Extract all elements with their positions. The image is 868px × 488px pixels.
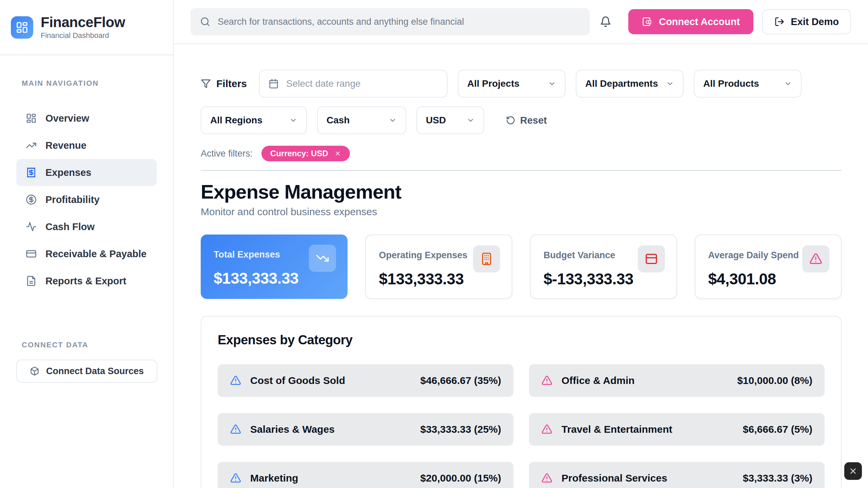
credit-card-icon: [638, 245, 665, 272]
remove-filter-icon[interactable]: [334, 150, 341, 157]
credit-card-icon: [26, 248, 37, 259]
category-name: Salaries & Wages: [250, 424, 411, 435]
sidebar-item-cash-flow[interactable]: Cash Flow: [16, 213, 157, 240]
alert-triangle-icon: [230, 472, 241, 484]
calendar-icon: [269, 79, 279, 89]
sidebar-item-profitability[interactable]: Profitability: [16, 186, 157, 213]
category-row-marketing: Marketing $20,000.00 (15%): [218, 462, 513, 488]
file-icon: [26, 276, 37, 286]
filter-icon: [201, 79, 211, 89]
currency-select-value: USD: [426, 115, 446, 126]
page-title: Expense Management: [201, 181, 842, 203]
category-row-cost-of-goods-sold: Cost of Goods Sold $46,666.67 (35%): [218, 364, 513, 397]
category-value: $33,333.33 (25%): [420, 424, 501, 435]
sidebar-item-overview[interactable]: Overview: [16, 105, 157, 132]
exit-demo-button[interactable]: Exit Demo: [762, 9, 851, 34]
active-filter-chip[interactable]: Currency: USD: [261, 146, 350, 161]
page-subtitle: Monitor and control business expenses: [201, 206, 842, 218]
account-type-select[interactable]: Cash: [317, 106, 406, 134]
log-out-icon: [774, 17, 785, 27]
section-divider: [201, 170, 842, 171]
chevron-down-icon: [467, 116, 475, 124]
close-icon: [849, 467, 857, 475]
category-name: Marketing: [250, 472, 411, 484]
category-row-office-admin: Office & Admin $10,000.00 (8%): [529, 364, 825, 397]
top-header: Connect Account Exit Demo: [174, 0, 868, 44]
category-row-travel-entertainment: Travel & Entertainment $6,666.67 (5%): [529, 413, 825, 446]
search-input[interactable]: [218, 17, 580, 27]
main-content: Filters Select date range All Projects A…: [174, 44, 868, 488]
alert-triangle-icon: [541, 375, 553, 386]
app-logo-icon: [11, 16, 33, 39]
category-name: Office & Admin: [561, 375, 728, 386]
sidebar-item-expenses[interactable]: Expenses: [16, 159, 157, 186]
connect-account-button[interactable]: Connect Account: [628, 9, 753, 34]
category-row-professional-services: Professional Services $3,333.33 (3%): [529, 462, 825, 488]
search-bar[interactable]: [191, 8, 590, 35]
sidebar-item-reports-export[interactable]: Reports & Export: [16, 267, 157, 294]
currency-select[interactable]: USD: [416, 106, 484, 134]
alert-triangle-icon: [230, 375, 241, 386]
connect-data-label: CONNECT DATA: [22, 341, 173, 349]
chevron-down-icon: [784, 80, 792, 88]
filters-row-2: All Regions Cash USD: [201, 106, 842, 134]
close-button[interactable]: [844, 462, 862, 480]
building-icon: [473, 245, 500, 272]
stat-label: Budget Variance: [544, 250, 615, 261]
stat-value: $133,333.33: [214, 269, 336, 287]
trending-down-icon: [309, 245, 336, 272]
connect-data-sources-label: Connect Data Sources: [46, 366, 144, 377]
category-value: $6,666.67 (5%): [743, 424, 812, 435]
reset-label: Reset: [520, 115, 547, 126]
projects-select[interactable]: All Projects: [458, 70, 566, 98]
receipt-icon: [26, 167, 37, 178]
expenses-by-category-card: Expenses by Category Cost of Goods Sold …: [201, 316, 842, 488]
departments-select-value: All Departments: [585, 78, 658, 89]
search-icon: [200, 17, 210, 27]
stat-card-average-daily-spend: Average Daily Spend $4,301.08: [695, 235, 842, 299]
projects-select-value: All Projects: [467, 78, 519, 89]
regions-select[interactable]: All Regions: [201, 106, 307, 134]
stat-cards: Total Expenses $133,333.33 Operating Exp…: [201, 235, 842, 299]
exit-demo-label: Exit Demo: [791, 16, 839, 27]
bell-icon: [600, 16, 611, 27]
stat-label: Total Expenses: [214, 249, 280, 260]
reset-filters-button[interactable]: Reset: [506, 115, 547, 126]
sidebar: FinanceFlow Financial Dashboard MAIN NAV…: [0, 0, 174, 488]
package-icon: [30, 366, 39, 376]
sidebar-item-label: Expenses: [45, 167, 91, 178]
sidebar-item-label: Cash Flow: [45, 221, 95, 232]
chevron-down-icon: [289, 116, 297, 124]
notifications-button[interactable]: [600, 14, 615, 29]
sidebar-item-receivable-payable[interactable]: Receivable & Payable: [16, 240, 157, 267]
category-value: $3,333.33 (3%): [743, 472, 812, 484]
brand-text: FinanceFlow Financial Dashboard: [41, 15, 125, 40]
rotate-ccw-icon: [506, 116, 515, 125]
stat-label: Operating Expenses: [379, 250, 467, 261]
main-navigation-label: MAIN NAVIGATION: [22, 79, 173, 88]
category-row-salaries-wages: Salaries & Wages $33,333.33 (25%): [218, 413, 513, 446]
dollar-circle-icon: [26, 194, 37, 205]
date-range-input[interactable]: Select date range: [259, 70, 448, 98]
date-range-placeholder: Select date range: [286, 78, 361, 89]
stat-value: $-133,333.33: [544, 270, 665, 288]
products-select[interactable]: All Products: [694, 70, 802, 98]
departments-select[interactable]: All Departments: [576, 70, 684, 98]
sidebar-item-label: Revenue: [45, 140, 86, 151]
sidebar-item-label: Profitability: [45, 194, 100, 205]
brand: FinanceFlow Financial Dashboard: [0, 0, 173, 55]
chevron-down-icon: [666, 80, 674, 88]
trending-up-icon: [26, 140, 37, 151]
chevron-down-icon: [548, 80, 556, 88]
wallet-icon: [642, 17, 652, 27]
filters-title: Filters: [201, 78, 249, 89]
stat-card-operating-expenses: Operating Expenses $133,333.33: [365, 235, 512, 299]
connect-data-sources-button[interactable]: Connect Data Sources: [16, 360, 157, 383]
sidebar-item-label: Overview: [45, 113, 89, 124]
stat-card-budget-variance: Budget Variance $-133,333.33: [530, 235, 677, 299]
active-filters-row: Active filters: Currency: USD: [201, 146, 842, 161]
connect-account-label: Connect Account: [659, 16, 740, 27]
regions-select-value: All Regions: [210, 115, 262, 126]
stat-value: $133,333.33: [379, 270, 500, 288]
sidebar-item-revenue[interactable]: Revenue: [16, 132, 157, 159]
